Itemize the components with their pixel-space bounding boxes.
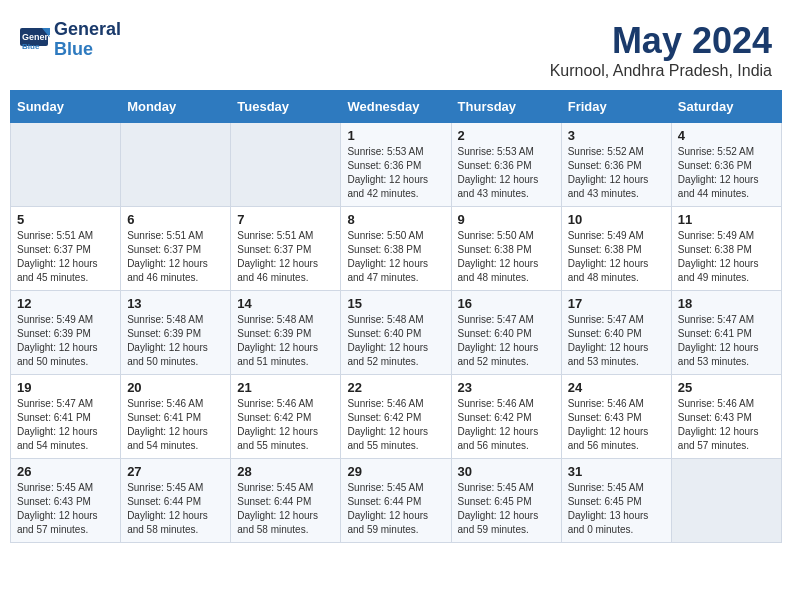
calendar-table: SundayMondayTuesdayWednesdayThursdayFrid… <box>10 90 782 543</box>
calendar-cell: 29Sunrise: 5:45 AM Sunset: 6:44 PM Dayli… <box>341 459 451 543</box>
day-content: Sunrise: 5:47 AM Sunset: 6:40 PM Dayligh… <box>458 313 555 369</box>
calendar-cell <box>671 459 781 543</box>
day-content: Sunrise: 5:50 AM Sunset: 6:38 PM Dayligh… <box>347 229 444 285</box>
day-content: Sunrise: 5:45 AM Sunset: 6:43 PM Dayligh… <box>17 481 114 537</box>
day-content: Sunrise: 5:47 AM Sunset: 6:40 PM Dayligh… <box>568 313 665 369</box>
day-number: 2 <box>458 128 555 143</box>
calendar-cell: 18Sunrise: 5:47 AM Sunset: 6:41 PM Dayli… <box>671 291 781 375</box>
day-number: 7 <box>237 212 334 227</box>
day-number: 3 <box>568 128 665 143</box>
day-content: Sunrise: 5:49 AM Sunset: 6:38 PM Dayligh… <box>568 229 665 285</box>
calendar-cell: 24Sunrise: 5:46 AM Sunset: 6:43 PM Dayli… <box>561 375 671 459</box>
day-number: 21 <box>237 380 334 395</box>
calendar-cell: 11Sunrise: 5:49 AM Sunset: 6:38 PM Dayli… <box>671 207 781 291</box>
day-content: Sunrise: 5:50 AM Sunset: 6:38 PM Dayligh… <box>458 229 555 285</box>
logo-text: GeneralBlue <box>54 20 121 60</box>
day-number: 5 <box>17 212 114 227</box>
day-number: 17 <box>568 296 665 311</box>
day-content: Sunrise: 5:48 AM Sunset: 6:40 PM Dayligh… <box>347 313 444 369</box>
column-header-saturday: Saturday <box>671 91 781 123</box>
day-content: Sunrise: 5:47 AM Sunset: 6:41 PM Dayligh… <box>678 313 775 369</box>
column-header-wednesday: Wednesday <box>341 91 451 123</box>
column-header-tuesday: Tuesday <box>231 91 341 123</box>
calendar-week-row: 12Sunrise: 5:49 AM Sunset: 6:39 PM Dayli… <box>11 291 782 375</box>
day-number: 31 <box>568 464 665 479</box>
calendar-cell: 15Sunrise: 5:48 AM Sunset: 6:40 PM Dayli… <box>341 291 451 375</box>
day-number: 28 <box>237 464 334 479</box>
day-number: 29 <box>347 464 444 479</box>
calendar-cell: 12Sunrise: 5:49 AM Sunset: 6:39 PM Dayli… <box>11 291 121 375</box>
day-content: Sunrise: 5:51 AM Sunset: 6:37 PM Dayligh… <box>127 229 224 285</box>
day-content: Sunrise: 5:46 AM Sunset: 6:41 PM Dayligh… <box>127 397 224 453</box>
day-content: Sunrise: 5:48 AM Sunset: 6:39 PM Dayligh… <box>127 313 224 369</box>
day-number: 14 <box>237 296 334 311</box>
calendar-week-row: 26Sunrise: 5:45 AM Sunset: 6:43 PM Dayli… <box>11 459 782 543</box>
calendar-cell: 7Sunrise: 5:51 AM Sunset: 6:37 PM Daylig… <box>231 207 341 291</box>
svg-text:General: General <box>22 32 50 42</box>
calendar-cell: 9Sunrise: 5:50 AM Sunset: 6:38 PM Daylig… <box>451 207 561 291</box>
day-number: 11 <box>678 212 775 227</box>
day-content: Sunrise: 5:49 AM Sunset: 6:39 PM Dayligh… <box>17 313 114 369</box>
calendar-cell: 16Sunrise: 5:47 AM Sunset: 6:40 PM Dayli… <box>451 291 561 375</box>
main-title: May 2024 <box>550 20 772 62</box>
calendar-cell <box>11 123 121 207</box>
day-content: Sunrise: 5:53 AM Sunset: 6:36 PM Dayligh… <box>458 145 555 201</box>
day-content: Sunrise: 5:45 AM Sunset: 6:45 PM Dayligh… <box>568 481 665 537</box>
day-number: 27 <box>127 464 224 479</box>
calendar-header-row: SundayMondayTuesdayWednesdayThursdayFrid… <box>11 91 782 123</box>
svg-text:Blue: Blue <box>22 42 40 51</box>
calendar-cell: 20Sunrise: 5:46 AM Sunset: 6:41 PM Dayli… <box>121 375 231 459</box>
day-content: Sunrise: 5:53 AM Sunset: 6:36 PM Dayligh… <box>347 145 444 201</box>
calendar-cell: 13Sunrise: 5:48 AM Sunset: 6:39 PM Dayli… <box>121 291 231 375</box>
calendar-cell: 2Sunrise: 5:53 AM Sunset: 6:36 PM Daylig… <box>451 123 561 207</box>
day-number: 18 <box>678 296 775 311</box>
logo: General Blue GeneralBlue <box>20 20 121 60</box>
calendar-cell: 8Sunrise: 5:50 AM Sunset: 6:38 PM Daylig… <box>341 207 451 291</box>
day-content: Sunrise: 5:45 AM Sunset: 6:44 PM Dayligh… <box>347 481 444 537</box>
calendar-week-row: 1Sunrise: 5:53 AM Sunset: 6:36 PM Daylig… <box>11 123 782 207</box>
day-number: 1 <box>347 128 444 143</box>
calendar-cell: 28Sunrise: 5:45 AM Sunset: 6:44 PM Dayli… <box>231 459 341 543</box>
calendar-cell: 3Sunrise: 5:52 AM Sunset: 6:36 PM Daylig… <box>561 123 671 207</box>
day-content: Sunrise: 5:45 AM Sunset: 6:44 PM Dayligh… <box>127 481 224 537</box>
calendar-cell: 27Sunrise: 5:45 AM Sunset: 6:44 PM Dayli… <box>121 459 231 543</box>
calendar-cell: 10Sunrise: 5:49 AM Sunset: 6:38 PM Dayli… <box>561 207 671 291</box>
day-number: 26 <box>17 464 114 479</box>
calendar-cell: 19Sunrise: 5:47 AM Sunset: 6:41 PM Dayli… <box>11 375 121 459</box>
day-number: 6 <box>127 212 224 227</box>
day-content: Sunrise: 5:46 AM Sunset: 6:43 PM Dayligh… <box>678 397 775 453</box>
day-number: 10 <box>568 212 665 227</box>
calendar-cell: 14Sunrise: 5:48 AM Sunset: 6:39 PM Dayli… <box>231 291 341 375</box>
column-header-monday: Monday <box>121 91 231 123</box>
subtitle: Kurnool, Andhra Pradesh, India <box>550 62 772 80</box>
logo-icon: General Blue <box>20 28 50 52</box>
day-content: Sunrise: 5:51 AM Sunset: 6:37 PM Dayligh… <box>17 229 114 285</box>
title-block: May 2024 Kurnool, Andhra Pradesh, India <box>550 20 772 80</box>
calendar-cell: 25Sunrise: 5:46 AM Sunset: 6:43 PM Dayli… <box>671 375 781 459</box>
calendar-cell: 31Sunrise: 5:45 AM Sunset: 6:45 PM Dayli… <box>561 459 671 543</box>
day-number: 19 <box>17 380 114 395</box>
day-number: 16 <box>458 296 555 311</box>
calendar-cell: 4Sunrise: 5:52 AM Sunset: 6:36 PM Daylig… <box>671 123 781 207</box>
day-number: 15 <box>347 296 444 311</box>
day-content: Sunrise: 5:45 AM Sunset: 6:45 PM Dayligh… <box>458 481 555 537</box>
day-content: Sunrise: 5:46 AM Sunset: 6:42 PM Dayligh… <box>347 397 444 453</box>
calendar-cell: 21Sunrise: 5:46 AM Sunset: 6:42 PM Dayli… <box>231 375 341 459</box>
day-content: Sunrise: 5:45 AM Sunset: 6:44 PM Dayligh… <box>237 481 334 537</box>
day-number: 25 <box>678 380 775 395</box>
day-number: 22 <box>347 380 444 395</box>
calendar-week-row: 5Sunrise: 5:51 AM Sunset: 6:37 PM Daylig… <box>11 207 782 291</box>
day-content: Sunrise: 5:48 AM Sunset: 6:39 PM Dayligh… <box>237 313 334 369</box>
calendar-cell: 23Sunrise: 5:46 AM Sunset: 6:42 PM Dayli… <box>451 375 561 459</box>
calendar-cell: 30Sunrise: 5:45 AM Sunset: 6:45 PM Dayli… <box>451 459 561 543</box>
column-header-thursday: Thursday <box>451 91 561 123</box>
day-content: Sunrise: 5:52 AM Sunset: 6:36 PM Dayligh… <box>568 145 665 201</box>
day-content: Sunrise: 5:47 AM Sunset: 6:41 PM Dayligh… <box>17 397 114 453</box>
page-header: General Blue GeneralBlue May 2024 Kurnoo… <box>10 10 782 85</box>
day-number: 9 <box>458 212 555 227</box>
calendar-cell: 5Sunrise: 5:51 AM Sunset: 6:37 PM Daylig… <box>11 207 121 291</box>
day-number: 24 <box>568 380 665 395</box>
calendar-cell <box>231 123 341 207</box>
calendar-cell: 1Sunrise: 5:53 AM Sunset: 6:36 PM Daylig… <box>341 123 451 207</box>
day-number: 23 <box>458 380 555 395</box>
